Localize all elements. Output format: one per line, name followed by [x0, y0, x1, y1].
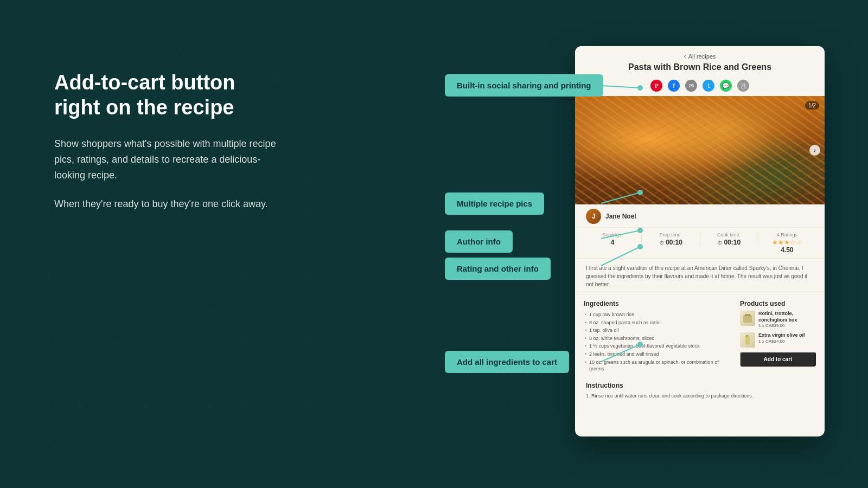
products-title: Products used [740, 300, 816, 307]
body-paragraph-1: Show shoppers what's possible with multi… [54, 136, 282, 183]
svg-rect-1 [68, 34, 90, 53]
svg-rect-25 [279, 210, 301, 229]
product-2-thumbnail [740, 332, 755, 348]
facebook-icon[interactable]: f [668, 80, 680, 92]
whatsapp-icon[interactable]: 💬 [720, 80, 732, 92]
svg-rect-38 [165, 354, 187, 373]
instructions-section: Instructions 1. Rinse rice until water r… [575, 378, 825, 406]
product-2-info: Extra virgin olive oil 1 x CA$24.00 [758, 332, 816, 344]
back-arrow-icon: ‹ [684, 53, 686, 60]
product-1-thumbnail [740, 311, 755, 326]
product-1-name: Rotini, trottole, conchiglioni box [758, 311, 816, 323]
svg-rect-32 [84, 307, 106, 326]
ingredients-column: Ingredients 1 cup raw brown rice 8 oz. s… [584, 300, 733, 373]
back-link[interactable]: ‹ All recipes [586, 53, 814, 60]
author-name: Jane Noel [605, 213, 636, 220]
ingredient-7: 10 oz. greens such as arugula or spinach… [584, 358, 733, 373]
card-header: ‹ All recipes Pasta with Brown Rice and … [575, 46, 825, 76]
prep-label: Prep time: [646, 232, 695, 237]
recipe-card: ‹ All recipes Pasta with Brown Rice and … [575, 46, 825, 436]
ingredient-5: 1 ½ cups vegetarian, beef-flavored veget… [584, 342, 733, 350]
print-icon[interactable]: 🖨 [737, 80, 749, 92]
svg-rect-68 [745, 335, 750, 345]
headline: Add-to-cart button right on the recipe [54, 70, 282, 120]
product-2-price: 1 x CA$24.00 [758, 339, 816, 344]
email-icon[interactable]: ✉ [685, 80, 697, 92]
svg-rect-48 [171, 448, 193, 467]
rating-value: 4.50 [781, 246, 793, 254]
svg-rect-41 [19, 397, 41, 416]
svg-rect-36 [35, 351, 57, 370]
twitter-icon[interactable]: 𝕥 [703, 80, 714, 92]
svg-rect-11 [19, 110, 41, 129]
prep-stat: Prep time: ⏱ 00:10 [642, 232, 700, 246]
svg-rect-20 [296, 161, 317, 180]
right-content-area: Built-in social sharing and printing Mul… [445, 30, 825, 458]
product-2: Extra virgin olive oil 1 x CA$24.00 [740, 332, 816, 348]
image-next-button[interactable]: › [809, 145, 820, 156]
svg-rect-47 [106, 457, 127, 476]
product-2-name: Extra virgin olive oil [758, 332, 816, 339]
svg-rect-49 [231, 459, 252, 478]
ingredient-1: 1 cup raw brown rice [584, 311, 733, 319]
annotation-sharing: Built-in social sharing and printing [445, 74, 603, 97]
svg-rect-42 [79, 391, 100, 410]
svg-rect-66 [743, 315, 752, 323]
ratings-label: 4 Ratings [763, 232, 812, 237]
svg-rect-5 [307, 34, 328, 53]
stats-row: Servings: 4 Prep time: ⏱ 00:10 Cook time… [575, 228, 825, 259]
svg-rect-4 [247, 17, 269, 36]
annotation-add-cart: Add all ingredients to cart [445, 351, 569, 373]
servings-label: Servings: [588, 232, 637, 237]
ingredient-4: 8 oz. white Mushrooms, sliced [584, 335, 733, 343]
instructions-text: 1. Rinse rice until water runs clear, an… [586, 393, 814, 400]
svg-rect-33 [149, 299, 171, 318]
annotation-author: Author info [445, 230, 513, 253]
add-to-cart-button[interactable]: Add to cart [740, 352, 816, 367]
svg-rect-27 [106, 248, 127, 267]
servings-stat: Servings: 4 [584, 232, 642, 246]
recipe-image: 1/2 › [575, 96, 825, 204]
svg-rect-26 [41, 256, 62, 275]
cook-label: Cook time: [705, 232, 754, 237]
rating-stat: 4 Ratings ★★★☆☆ 4.50 [758, 232, 816, 254]
svg-rect-30 [290, 256, 312, 275]
svg-rect-0 [19, 17, 41, 36]
left-content: Add-to-cart button right on the recipe S… [54, 70, 282, 224]
svg-rect-37 [100, 343, 122, 362]
recipe-description: I first ate a slight variation of this r… [575, 259, 825, 294]
svg-rect-39 [231, 345, 252, 364]
social-sharing-bar: 𝐏 f ✉ 𝕥 💬 🖨 [575, 76, 825, 96]
svg-rect-31 [19, 302, 41, 321]
svg-rect-6 [35, 66, 57, 85]
svg-rect-69 [746, 335, 748, 337]
body-paragraph-2: When they're ready to buy they're one cl… [54, 196, 282, 212]
svg-rect-50 [290, 451, 312, 470]
ingredient-6: 2 leeks, trimmed and well rinsed [584, 350, 733, 358]
cook-value: ⏱ 00:10 [717, 239, 741, 246]
instructions-title: Instructions [586, 382, 814, 389]
annotation-multiple-pics: Multiple recipe pics [445, 192, 544, 215]
svg-rect-43 [144, 400, 165, 419]
author-avatar: J [586, 209, 601, 224]
prep-value: ⏱ 00:10 [659, 239, 682, 246]
product-1-price: 1 x CA$29.00 [758, 323, 816, 328]
svg-rect-2 [122, 15, 144, 34]
pinterest-icon[interactable]: 𝐏 [650, 80, 662, 92]
product-1-info: Rotini, trottole, conchiglioni box 1 x C… [758, 311, 816, 328]
svg-rect-28 [171, 259, 193, 278]
products-column: Products used Rotini, trottole, conchigl… [740, 300, 816, 373]
svg-rect-21 [24, 207, 46, 226]
svg-rect-46 [41, 446, 62, 465]
ingredients-title: Ingredients [584, 300, 733, 307]
ingredient-3: 1 tsp. olive oil [584, 326, 733, 335]
rating-stars: ★★★☆☆ [763, 239, 812, 246]
recipe-image-visual [575, 96, 825, 204]
svg-rect-3 [182, 36, 203, 55]
svg-rect-45 [269, 402, 290, 421]
svg-rect-67 [745, 314, 750, 316]
servings-value: 4 [611, 239, 615, 246]
svg-rect-44 [209, 394, 231, 413]
product-1: Rotini, trottole, conchiglioni box 1 x C… [740, 311, 816, 328]
cook-stat: Cook time: ⏱ 00:10 [700, 232, 758, 246]
